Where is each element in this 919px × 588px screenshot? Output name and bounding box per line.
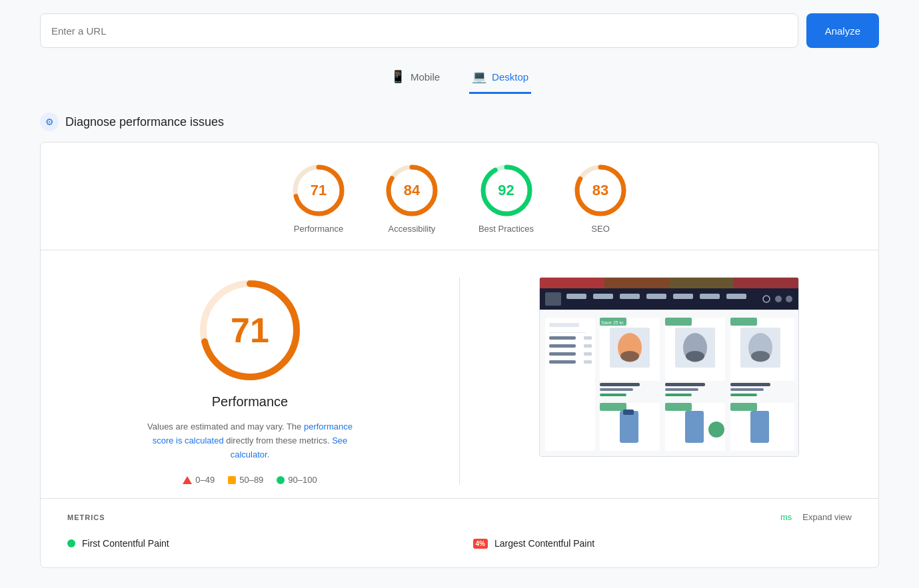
svg-point-46 xyxy=(620,351,639,362)
svg-rect-35 xyxy=(549,352,576,356)
svg-point-51 xyxy=(686,351,704,362)
svg-rect-58 xyxy=(600,388,633,391)
section-title: Diagnose performance issues xyxy=(65,115,224,129)
svg-point-56 xyxy=(751,351,770,362)
analyze-button[interactable]: Analyze xyxy=(806,13,879,48)
expand-view-link[interactable]: Expand view xyxy=(802,512,852,522)
tab-mobile-label: Mobile xyxy=(411,71,440,83)
scores-row: 71 Performance 84 Accessibility xyxy=(41,143,878,250)
legend-square-icon xyxy=(228,476,236,484)
divider-vertical xyxy=(459,277,460,485)
detail-left: 71 Performance Values are estimated and … xyxy=(67,277,433,485)
svg-rect-37 xyxy=(584,336,592,340)
svg-text:Save 25 kr.: Save 25 kr. xyxy=(601,320,624,325)
tab-desktop[interactable]: 💻 Desktop xyxy=(469,64,531,94)
svg-rect-21 xyxy=(620,294,640,299)
url-input[interactable]: https://heyo.dk/collections/outlet xyxy=(40,13,798,48)
metrics-row: First Contentful Paint 4% Largest Conten… xyxy=(67,533,852,554)
svg-rect-23 xyxy=(673,294,693,299)
svg-rect-63 xyxy=(730,383,770,386)
svg-rect-40 xyxy=(584,360,592,364)
metric-lcp: 4% Largest Contentful Paint xyxy=(447,533,852,554)
svg-rect-76 xyxy=(750,411,769,443)
score-circle-seo: 83 xyxy=(574,164,627,217)
metric-dot-fcp xyxy=(67,539,75,547)
svg-rect-68 xyxy=(620,411,638,443)
svg-rect-71 xyxy=(665,403,692,411)
score-label-best-practices: Best Practices xyxy=(478,224,534,234)
large-score-label: Performance xyxy=(212,394,289,410)
svg-rect-36 xyxy=(549,360,576,364)
svg-rect-38 xyxy=(584,344,592,348)
svg-rect-65 xyxy=(730,394,757,396)
svg-rect-25 xyxy=(726,294,746,299)
score-description: Values are estimated and may vary. The p… xyxy=(143,420,357,461)
metrics-section: METRICS ms Expand view First Contentful … xyxy=(41,498,878,567)
metrics-label: METRICS xyxy=(67,513,105,521)
legend-range-average: 50–89 xyxy=(239,475,263,485)
legend-item-good: 90–100 xyxy=(277,475,317,485)
website-screenshot: Save 25 kr. xyxy=(539,277,799,457)
svg-rect-57 xyxy=(600,383,640,386)
svg-rect-53 xyxy=(730,318,757,326)
legend-row: 0–49 50–89 90–100 xyxy=(183,475,317,485)
section-header: ⚙ Diagnose performance issues xyxy=(40,113,879,131)
legend-item-average: 50–89 xyxy=(228,475,263,485)
metrics-header: METRICS ms Expand view xyxy=(67,512,852,522)
svg-rect-59 xyxy=(600,394,626,396)
svg-rect-69 xyxy=(623,410,634,415)
large-score-circle: 71 xyxy=(197,277,303,384)
svg-rect-39 xyxy=(584,352,592,356)
desc-text-2: directly from these metrics. xyxy=(224,436,333,445)
score-circle-performance: 71 xyxy=(292,164,345,217)
score-seo: 83 SEO xyxy=(574,164,627,234)
svg-rect-14 xyxy=(604,278,669,288)
svg-point-28 xyxy=(786,296,792,302)
svg-rect-61 xyxy=(665,388,698,391)
svg-rect-15 xyxy=(669,278,734,288)
svg-rect-33 xyxy=(549,336,576,340)
metric-badge-lcp: 4% xyxy=(473,539,488,549)
svg-rect-73 xyxy=(685,411,704,443)
detail-right: Save 25 kr. xyxy=(486,277,852,457)
score-label-performance: Performance xyxy=(294,224,343,234)
svg-rect-18 xyxy=(545,292,561,306)
svg-rect-20 xyxy=(593,294,613,299)
svg-point-27 xyxy=(775,296,782,302)
score-label-accessibility: Accessibility xyxy=(389,224,436,234)
svg-rect-75 xyxy=(730,403,757,411)
legend-circle-icon xyxy=(277,476,285,484)
svg-rect-62 xyxy=(665,394,692,396)
svg-rect-13 xyxy=(540,278,604,288)
desc-text-1: Values are estimated and may vary. The xyxy=(147,422,304,432)
svg-rect-19 xyxy=(566,294,586,299)
score-value-seo: 83 xyxy=(592,182,608,199)
score-value-best-practices: 92 xyxy=(498,182,514,199)
score-label-seo: SEO xyxy=(591,224,609,234)
metric-name-fcp: First Contentful Paint xyxy=(82,538,169,549)
detail-section: 71 Performance Values are estimated and … xyxy=(41,250,878,498)
score-best-practices: 92 Best Practices xyxy=(478,164,534,234)
section-icon: ⚙ xyxy=(40,113,59,131)
svg-rect-34 xyxy=(549,344,576,348)
ms-label: ms xyxy=(780,512,792,522)
svg-rect-22 xyxy=(646,294,666,299)
legend-range-bad: 0–49 xyxy=(195,475,215,485)
svg-rect-48 xyxy=(665,318,692,326)
score-circle-best-practices: 92 xyxy=(480,164,533,217)
legend-triangle-icon xyxy=(183,476,192,484)
svg-rect-32 xyxy=(549,332,586,333)
tab-mobile[interactable]: 📱 Mobile xyxy=(388,64,443,94)
desktop-icon: 💻 xyxy=(472,69,486,84)
score-accessibility: 84 Accessibility xyxy=(385,164,439,234)
svg-rect-67 xyxy=(600,403,626,411)
svg-rect-16 xyxy=(734,278,799,288)
metric-name-lcp: Largest Contentful Paint xyxy=(494,538,594,549)
mobile-icon: 📱 xyxy=(391,69,405,84)
tab-desktop-label: Desktop xyxy=(492,71,528,83)
svg-rect-31 xyxy=(549,323,579,327)
svg-point-72 xyxy=(708,422,724,438)
metric-fcp: First Contentful Paint xyxy=(67,533,447,554)
svg-rect-24 xyxy=(700,294,720,299)
tabs-row: 📱 Mobile 💻 Desktop xyxy=(40,64,879,94)
